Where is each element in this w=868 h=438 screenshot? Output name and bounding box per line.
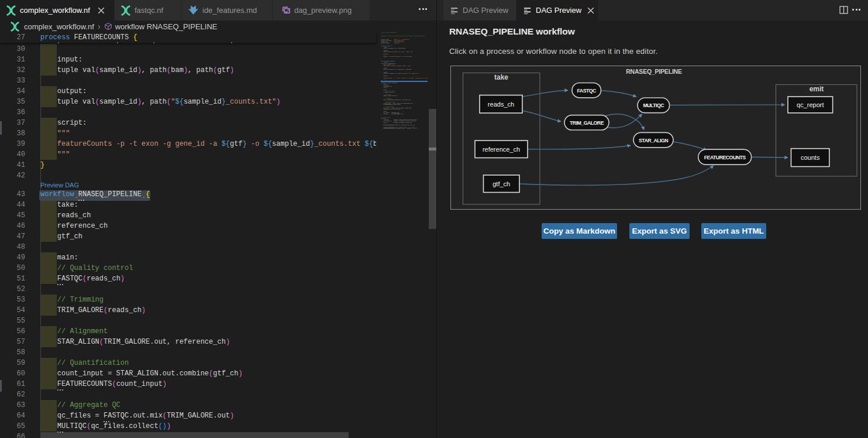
svg-text:gtf_ch: gtf_ch (492, 180, 510, 187)
svg-text:STAR_ALIGN: STAR_ALIGN (639, 138, 668, 143)
svg-text:counts: counts (801, 154, 820, 161)
svg-text:qc_report: qc_report (797, 101, 824, 108)
svg-text:FASTQC: FASTQC (577, 88, 597, 94)
svg-text:take: take (494, 73, 508, 81)
svg-text:FEATURECOUNTS: FEATURECOUNTS (704, 155, 746, 160)
svg-text:RNASEQ_PIPELINE: RNASEQ_PIPELINE (626, 68, 682, 75)
svg-text:reads_ch: reads_ch (488, 101, 514, 108)
svg-text:emit: emit (810, 85, 824, 93)
svg-text:TRIM_GALORE: TRIM_GALORE (570, 120, 604, 126)
svg-text:reference_ch: reference_ch (483, 146, 520, 153)
svg-text:MULTIQC: MULTIQC (643, 102, 665, 108)
